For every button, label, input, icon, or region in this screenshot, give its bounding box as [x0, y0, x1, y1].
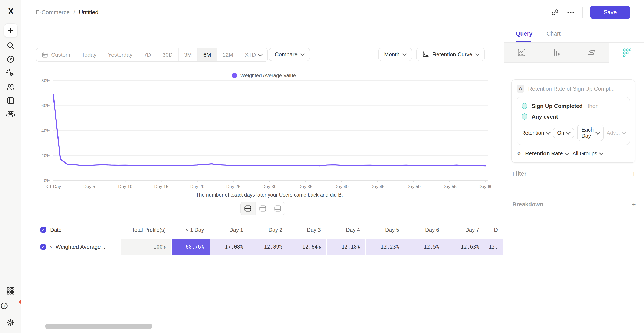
advanced-dropdown[interactable]: Adv...	[606, 130, 626, 136]
day-column-header: Day 7	[445, 227, 485, 233]
day-column-header: Day 2	[249, 227, 288, 233]
return-event-row[interactable]: Any event	[521, 111, 625, 122]
users-icon[interactable]	[6, 83, 15, 91]
range-yesterday[interactable]: Yesterday	[102, 48, 138, 61]
tab-query[interactable]: Query	[516, 31, 532, 37]
row-expander-icon[interactable]: ›	[50, 244, 52, 250]
table-header-row: ✓DateTotal Profile(s)< 1 DayDay 1Day 2Da…	[36, 222, 504, 237]
bottom-border	[21, 330, 504, 330]
header-actions: Save	[551, 0, 630, 25]
view-toggle-split[interactable]	[241, 202, 255, 215]
settings-gear-icon[interactable]	[6, 318, 15, 327]
horizontal-scrollbar[interactable]	[45, 324, 152, 329]
svg-text:20%: 20%	[41, 153, 50, 158]
tab-chart[interactable]: Chart	[546, 31, 560, 37]
total-profiles-header: Total Profile(s)	[120, 227, 171, 233]
svg-text:Day 15: Day 15	[154, 184, 168, 189]
range-7d[interactable]: 7D	[138, 48, 156, 61]
mixpanel-logo-icon[interactable]: X	[8, 7, 13, 16]
row-label-cell: ✓›Weighted Average ...	[36, 239, 120, 255]
more-options-icon[interactable]	[566, 8, 575, 17]
frequency-dropdown[interactable]: Each Day	[577, 125, 604, 141]
svg-text:< 1 Day: < 1 Day	[46, 184, 61, 189]
range-6m[interactable]: 6M	[198, 48, 216, 61]
range-label: 3M	[184, 52, 192, 58]
breadcrumb-separator: /	[74, 9, 75, 16]
boards-icon[interactable]	[6, 96, 15, 105]
search-icon[interactable]	[6, 41, 15, 50]
svg-text:80%: 80%	[41, 78, 50, 83]
chart-type-dropdown[interactable]: Retention Curve	[416, 48, 485, 61]
breadcrumb-project[interactable]: E-Commerce	[36, 9, 70, 16]
range-custom[interactable]: Custom	[36, 48, 76, 61]
query-step-row[interactable]: A Retention Rate of Sign Up Compl...	[517, 84, 630, 94]
event-hexagon-icon	[521, 103, 528, 109]
retention-table: ✓DateTotal Profile(s)< 1 DayDay 1Day 2Da…	[36, 222, 504, 255]
save-button[interactable]: Save	[590, 6, 630, 19]
frequency-label: Each Day	[582, 127, 594, 139]
row-checkbox[interactable]: ✓	[40, 227, 46, 233]
help-icon[interactable]: ?	[0, 301, 21, 310]
range-label: 7D	[144, 52, 151, 58]
svg-text:Day 5: Day 5	[84, 184, 95, 189]
report-title[interactable]: Untitled	[79, 9, 98, 16]
view-toggle-table[interactable]	[270, 202, 285, 215]
retention-value-cell: 17.08%	[210, 239, 249, 255]
svg-text:Day 40: Day 40	[334, 184, 348, 189]
then-label: then	[588, 103, 599, 109]
retention-query-card: A Retention Rate of Sign Up Compl... Sig…	[511, 79, 636, 163]
range-label: 30D	[162, 52, 173, 58]
svg-text:The number of exact days later: The number of exact days later your User…	[196, 192, 343, 198]
svg-text:Day 55: Day 55	[442, 184, 457, 189]
retention-type-label: Retention	[521, 130, 544, 136]
copy-link-icon[interactable]	[551, 8, 559, 17]
row-label: Weighted Average ...	[56, 244, 107, 250]
measure-dropdown[interactable]: Retention Rate	[525, 151, 568, 157]
chart-type-label: Retention Curve	[432, 51, 472, 58]
explore-compass-icon[interactable]	[6, 55, 15, 64]
first-event-row[interactable]: Sign Up Completed then	[521, 101, 625, 111]
svg-text:Day 60: Day 60	[478, 184, 492, 189]
first-event-label: Sign Up Completed	[532, 103, 583, 109]
svg-text:Day 20: Day 20	[190, 184, 204, 189]
add-filter-button[interactable]: +	[632, 170, 636, 177]
events-cursor-icon[interactable]	[6, 69, 15, 78]
report-type-funnels[interactable]	[539, 43, 574, 63]
range-12m[interactable]: 12M	[216, 48, 239, 61]
report-type-flows[interactable]	[574, 43, 609, 63]
header-divider	[582, 7, 583, 18]
add-breakdown-button[interactable]: +	[632, 201, 636, 208]
measure-label: Retention Rate	[525, 151, 563, 157]
row-checkbox[interactable]: ✓	[40, 244, 46, 250]
measurement-row: % Retention Rate All Groups	[517, 149, 630, 158]
report-canvas: CustomTodayYesterday7D30D3M6M12MXTD Comp…	[21, 25, 504, 333]
cohorts-icon[interactable]	[6, 109, 15, 118]
chevron-down-icon	[596, 130, 600, 135]
chevron-down-icon	[475, 52, 480, 56]
query-panel: Query Chart A Retention Rate of Sign Up …	[504, 25, 644, 333]
groups-dropdown[interactable]: All Groups	[572, 151, 603, 157]
range-today[interactable]: Today	[76, 48, 102, 61]
svg-text:Day 25: Day 25	[226, 184, 241, 189]
breadcrumb: E-Commerce / Untitled	[21, 9, 98, 16]
granularity-dropdown[interactable]: Month	[378, 48, 412, 61]
day-column-header: Day 3	[288, 227, 326, 233]
retention-type-dropdown[interactable]: Retention	[521, 130, 550, 136]
percent-symbol: %	[517, 151, 521, 157]
create-new-button[interactable]	[4, 24, 18, 38]
compare-button[interactable]: Compare	[269, 48, 310, 61]
on-dropdown[interactable]: On	[553, 128, 574, 138]
apps-grid-icon[interactable]	[6, 286, 15, 295]
report-type-retention[interactable]	[609, 43, 644, 63]
retention-line-chart[interactable]: 80%60%40%20%0%< 1 DayDay 5Day 10Day 15Da…	[36, 77, 492, 201]
view-toggle-chart[interactable]	[255, 202, 270, 215]
range-30d[interactable]: 30D	[156, 48, 178, 61]
svg-text:60%: 60%	[41, 103, 50, 108]
range-label: Yesterday	[108, 52, 132, 58]
app-root: X	[0, 0, 644, 333]
range-xtd[interactable]: XTD	[239, 48, 268, 61]
report-type-insights[interactable]	[504, 43, 539, 63]
step-title: Retention Rate of Sign Up Compl...	[528, 86, 614, 92]
report-type-switcher	[504, 42, 644, 63]
range-3m[interactable]: 3M	[178, 48, 198, 61]
